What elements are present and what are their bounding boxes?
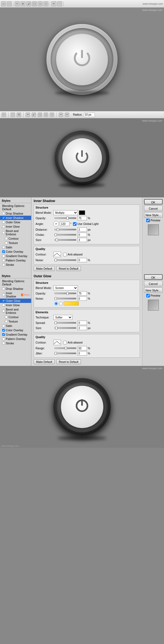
styles-item-inner-shadow-2[interactable]: Inner Shadow # fb7c3 — [0, 291, 31, 299]
anti-aliased-cb-1[interactable] — [63, 253, 67, 256]
styles-item-pattern-overlay-1[interactable]: Pattern Overlay — [0, 258, 31, 263]
spread-slider-2[interactable] — [54, 322, 76, 324]
ok-btn-2[interactable]: OK — [144, 274, 163, 280]
contour-preview-2[interactable] — [53, 340, 61, 345]
styles-item-stroke-1[interactable]: Stroke — [0, 263, 31, 267]
cb-color-overlay-1[interactable] — [2, 250, 5, 253]
cancel-btn-1[interactable]: Cancel — [144, 206, 163, 211]
cb-drop-1[interactable] — [2, 212, 5, 215]
blend-mode-select-1[interactable]: Multiply Normal Screen — [53, 210, 78, 215]
tool-select[interactable]: ⬚ — [7, 1, 12, 6]
tool-pen[interactable]: ✒ — [51, 1, 56, 6]
cb-pattern-overlay-1[interactable] — [2, 259, 5, 262]
tool-shape2[interactable]: ◻ — [38, 1, 43, 6]
tool2-pen2[interactable]: ✒ — [59, 113, 63, 117]
tool2-brush[interactable]: 🖌 — [32, 113, 36, 117]
noise-slider-2[interactable] — [54, 298, 76, 299]
contour-preview-1[interactable] — [53, 252, 61, 257]
styles-item-inner-shadow-1[interactable]: Inner Shadow — [0, 216, 31, 220]
cb-color-overlay-2[interactable] — [2, 329, 5, 332]
tool-shape1[interactable]: ◯ — [32, 1, 37, 6]
range-slider-2[interactable] — [54, 347, 76, 349]
noise-input-2[interactable] — [77, 296, 87, 301]
jitter-slider-2[interactable] — [54, 353, 76, 354]
global-light-cb-1[interactable] — [73, 222, 77, 226]
size-slider-2[interactable] — [54, 327, 76, 329]
cb-outer-1[interactable] — [2, 221, 5, 224]
size-thumb-2[interactable] — [55, 327, 57, 329]
tool2-hex[interactable]: ⬡ — [50, 113, 54, 117]
cb-contour-1[interactable] — [5, 237, 8, 240]
tool2-drop[interactable]: ▾ — [65, 113, 69, 117]
styles-item-bevel-2[interactable]: Bevel and Emboss — [0, 307, 31, 315]
cb-stroke-2[interactable] — [2, 342, 5, 345]
styles-item-satin-1[interactable]: Satin — [0, 245, 31, 249]
styles-item-pattern-overlay-2[interactable]: Pattern Overlay — [0, 337, 31, 341]
styles-item-contour-2[interactable]: Contour — [0, 315, 31, 319]
styles-item-stroke-2[interactable]: Stroke — [0, 341, 31, 345]
cb-contour-2[interactable] — [5, 316, 8, 318]
toolbar-2[interactable]: ▭ ⬚ ⊞ ✒ 🖌 ◯ ◻ ⬡ ✒ ▾ Radius: — [0, 111, 164, 118]
size-thumb-1[interactable] — [56, 239, 58, 241]
choke-slider-1[interactable] — [54, 234, 76, 236]
cancel-btn-2[interactable]: Cancel — [144, 281, 163, 286]
make-default-btn-1[interactable]: Make Default — [34, 266, 55, 271]
distance-slider-1[interactable] — [54, 229, 76, 230]
choke-thumb-1[interactable] — [55, 233, 57, 236]
styles-item-color-overlay-1[interactable]: Color Overlay — [0, 249, 31, 254]
styles-item-blending-1[interactable]: Blending Options: Default — [0, 204, 31, 211]
blend-mode-select-2[interactable]: Screen Multiply Normal — [53, 285, 78, 290]
tool2-rect2[interactable]: ◻ — [44, 113, 48, 117]
cb-pattern-overlay-2[interactable] — [2, 338, 5, 340]
cb-satin-1[interactable] — [2, 246, 5, 249]
cb-bevel-2[interactable] — [2, 310, 5, 312]
cb-inner-shadow-2[interactable] — [2, 293, 5, 296]
choke-input-1[interactable] — [77, 233, 87, 237]
tool-rectangle[interactable]: ▭ — [1, 1, 6, 6]
noise-thumb-1[interactable] — [55, 259, 57, 261]
reset-to-default-btn-2[interactable]: Reset to Default — [56, 359, 81, 364]
cb-drop-2[interactable] — [2, 287, 5, 290]
angle-widget-1[interactable]: ⟳ — [53, 221, 59, 227]
range-input-2[interactable] — [77, 346, 87, 350]
anti-aliased-cb-2[interactable] — [63, 341, 67, 344]
ok-btn-1[interactable]: OK — [144, 199, 163, 204]
spread-thumb-2[interactable] — [55, 321, 57, 324]
size-input-1[interactable] — [77, 238, 87, 242]
cb-texture-1[interactable] — [5, 242, 8, 244]
cb-inner-shadow-1[interactable] — [2, 216, 5, 219]
styles-item-drop-2[interactable]: Drop Shadow — [0, 287, 31, 291]
tool-crop[interactable]: ✂ — [15, 1, 20, 6]
size-input-2[interactable] — [77, 326, 87, 330]
tool2-rect[interactable]: ▭ — [2, 113, 6, 117]
tool-stamp[interactable]: ⊕ — [20, 1, 25, 6]
noise-input-1[interactable] — [77, 258, 87, 262]
styles-item-gradient-overlay-2[interactable]: Gradient Overlay — [0, 332, 31, 337]
cb-inner-glow-1[interactable] — [2, 225, 5, 228]
cb-outer-glow-2[interactable] — [2, 299, 5, 302]
styles-item-contour-1[interactable]: Contour — [0, 236, 31, 241]
distance-input-1[interactable] — [77, 227, 87, 232]
opacity-input-1[interactable] — [77, 216, 87, 220]
new-style-btn-2[interactable]: New Style... — [144, 287, 163, 293]
noise-thumb-2[interactable] — [55, 297, 57, 300]
cb-satin-2[interactable] — [2, 324, 5, 327]
cb-stroke-1[interactable] — [2, 263, 5, 266]
styles-item-texture-1[interactable]: Texture — [0, 241, 31, 245]
styles-item-satin-2[interactable]: Satin — [0, 324, 31, 328]
styles-item-inner-glow-1[interactable]: Inner Glow — [0, 224, 31, 229]
tool2-pen[interactable]: ✒ — [26, 113, 30, 117]
cb-inner-glow-2[interactable] — [2, 304, 5, 306]
tool2-crop[interactable]: ⊞ — [17, 113, 21, 117]
color-radio-2[interactable] — [54, 302, 58, 305]
opacity-thumb-2[interactable] — [66, 292, 69, 295]
make-default-btn-2[interactable]: Make Default — [34, 359, 55, 364]
angle-input-1[interactable] — [60, 222, 69, 226]
styles-item-drop-1[interactable]: Drop Shadow — [0, 211, 31, 216]
opacity-slider-2[interactable] — [54, 293, 76, 294]
size-slider-1[interactable] — [54, 239, 76, 241]
styles-item-color-overlay-2[interactable]: Color Overlay — [0, 328, 31, 332]
opacity-thumb-1[interactable] — [66, 217, 69, 219]
reset-to-default-btn-1[interactable]: Reset to Default — [56, 266, 81, 271]
tool2-select[interactable]: ⬚ — [11, 113, 15, 117]
